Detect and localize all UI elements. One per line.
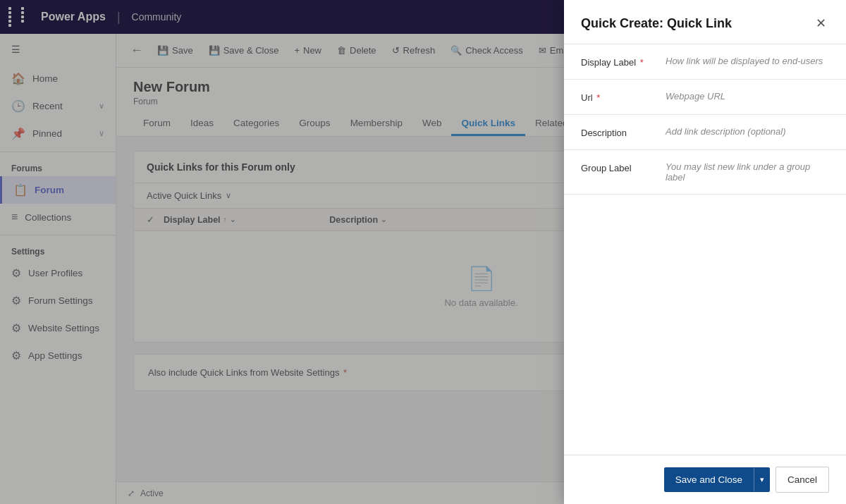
- panel-field-display-label: Display Label * How link will be display…: [564, 44, 846, 80]
- sidebar-item-forum[interactable]: 📋 Forum: [0, 176, 116, 204]
- save-button[interactable]: 💾 Save: [150, 41, 200, 60]
- panel-field-description: Description Add link description (option…: [564, 115, 846, 150]
- sidebar-item-website-settings[interactable]: ⚙ Website Settings: [0, 314, 116, 342]
- forums-section-label: Forums: [0, 156, 116, 176]
- col-header-description[interactable]: Description ⌄: [329, 215, 561, 225]
- active-quick-chevron: ∨: [226, 191, 231, 200]
- sidebar-item-user-profiles[interactable]: ⚙ User Profiles: [0, 259, 116, 287]
- user-profiles-icon: ⚙: [11, 266, 21, 280]
- sidebar-forum-settings-label: Forum Settings: [28, 295, 93, 306]
- col-header-display-label[interactable]: Display Label ↑ ⌄: [164, 215, 318, 225]
- field-value-display[interactable]: How link will be displayed to end-users: [666, 56, 829, 66]
- website-settings-icon: ⚙: [11, 321, 21, 335]
- field-label-group: Group Label: [581, 161, 666, 173]
- forum-settings-icon: ⚙: [11, 294, 21, 307]
- field-value-description[interactable]: Add link description (optional): [666, 126, 829, 137]
- active-quick-label: Active Quick Links: [147, 190, 221, 201]
- tab-forum[interactable]: Forum: [133, 112, 180, 136]
- tab-web[interactable]: Web: [412, 112, 452, 136]
- field-label-description: Description: [581, 126, 666, 138]
- refresh-icon: ↺: [392, 45, 400, 56]
- back-button[interactable]: ←: [125, 39, 149, 62]
- cancel-button[interactable]: Cancel: [776, 467, 829, 493]
- check-access-button[interactable]: 🔍 Check Access: [443, 41, 530, 60]
- sidebar-app-settings-label: App Settings: [28, 350, 82, 361]
- panel-header: Quick Create: Quick Link ✕: [564, 0, 846, 44]
- sort-asc-icon: ↑: [223, 216, 227, 223]
- no-data-text: No data available.: [444, 297, 517, 308]
- save-and-close-dropdown-button[interactable]: ▾: [754, 468, 770, 491]
- refresh-button[interactable]: ↺ Refresh: [385, 41, 443, 60]
- sidebar-item-pinned[interactable]: 📌 Pinned ∨: [0, 120, 116, 147]
- tab-membership[interactable]: Membership: [341, 112, 412, 136]
- app-settings-icon: ⚙: [11, 349, 21, 362]
- sidebar-recent-label: Recent: [32, 101, 63, 111]
- pinned-chevron: ∨: [99, 129, 104, 138]
- sidebar: ☰ 🏠 Home 🕒 Recent ∨ 📌 Pinned ∨ Forums 📋 …: [0, 34, 116, 504]
- required-star-display: *: [640, 57, 644, 68]
- sort-toggle-icon: ⌄: [230, 216, 235, 223]
- community-label: Community: [132, 11, 182, 23]
- settings-section-label: Settings: [0, 240, 116, 259]
- required-star: *: [343, 367, 347, 378]
- sidebar-item-collections[interactable]: ≡ Collections: [0, 204, 116, 231]
- tab-categories[interactable]: Categories: [223, 112, 289, 136]
- recent-icon: 🕒: [11, 99, 25, 113]
- nav-separator: |: [117, 10, 121, 25]
- panel-field-url: Url * Webpage URL: [564, 80, 846, 115]
- save-close-icon: 💾: [209, 45, 220, 56]
- field-value-url[interactable]: Webpage URL: [666, 91, 829, 102]
- tab-ideas[interactable]: Ideas: [180, 112, 223, 136]
- tab-groups[interactable]: Groups: [289, 112, 340, 136]
- sidebar-divider-2: [0, 235, 116, 235]
- delete-button[interactable]: 🗑 Delete: [330, 41, 384, 60]
- home-icon: 🏠: [11, 72, 25, 85]
- sidebar-item-recent[interactable]: 🕒 Recent ∨: [0, 92, 116, 120]
- sidebar-divider-1: [0, 152, 116, 152]
- collections-icon: ≡: [11, 211, 18, 223]
- brand-name: Power Apps: [41, 11, 106, 23]
- sidebar-item-forum-settings[interactable]: ⚙ Forum Settings: [0, 287, 116, 314]
- save-and-close-main-button[interactable]: Save and Close: [664, 467, 754, 492]
- field-value-group[interactable]: You may list new link under a group labe…: [666, 161, 829, 183]
- export-icon[interactable]: ⤢: [128, 488, 135, 498]
- sidebar-website-settings-label: Website Settings: [28, 323, 99, 333]
- forum-icon: 📋: [13, 183, 27, 197]
- save-icon: 💾: [157, 45, 168, 56]
- panel-body: Display Label * How link will be display…: [564, 44, 846, 455]
- save-close-button[interactable]: 💾 Save & Close: [202, 41, 286, 60]
- pinned-icon: 📌: [11, 127, 25, 140]
- email-icon: ✉: [539, 45, 546, 56]
- save-and-close-button-group: Save and Close ▾: [664, 467, 770, 492]
- sidebar-item-home[interactable]: 🏠 Home: [0, 65, 116, 92]
- no-data-icon: 📄: [467, 265, 496, 292]
- quick-create-panel: Quick Create: Quick Link ✕ Display Label…: [564, 0, 846, 504]
- delete-icon: 🗑: [337, 45, 346, 56]
- required-star-url: *: [596, 92, 600, 103]
- new-icon: +: [294, 45, 300, 56]
- panel-footer: Save and Close ▾ Cancel: [564, 455, 846, 504]
- desc-sort-icon: ⌄: [381, 216, 386, 223]
- sidebar-item-app-settings[interactable]: ⚙ App Settings: [0, 342, 116, 369]
- panel-title: Quick Create: Quick Link: [581, 16, 732, 31]
- sidebar-pinned-label: Pinned: [32, 128, 62, 139]
- panel-field-group-label: Group Label You may list new link under …: [564, 150, 846, 195]
- check-access-icon: 🔍: [450, 45, 462, 56]
- tab-quick-links[interactable]: Quick Links: [451, 112, 525, 136]
- recent-chevron: ∨: [99, 102, 104, 111]
- table-check-icon: ✓: [147, 214, 164, 225]
- field-label-url: Url *: [581, 91, 666, 103]
- new-button[interactable]: + New: [287, 41, 329, 60]
- sidebar-collections-label: Collections: [25, 212, 71, 223]
- app-grid-icon[interactable]: [8, 7, 32, 27]
- status-active-label: Active: [140, 488, 164, 498]
- panel-close-button[interactable]: ✕: [813, 14, 829, 32]
- sidebar-forum-label: Forum: [35, 185, 64, 195]
- field-label-display: Display Label *: [581, 56, 666, 68]
- sidebar-home-label: Home: [32, 73, 58, 84]
- sidebar-user-profiles-label: User Profiles: [28, 268, 82, 278]
- sidebar-hamburger[interactable]: ☰: [0, 34, 116, 65]
